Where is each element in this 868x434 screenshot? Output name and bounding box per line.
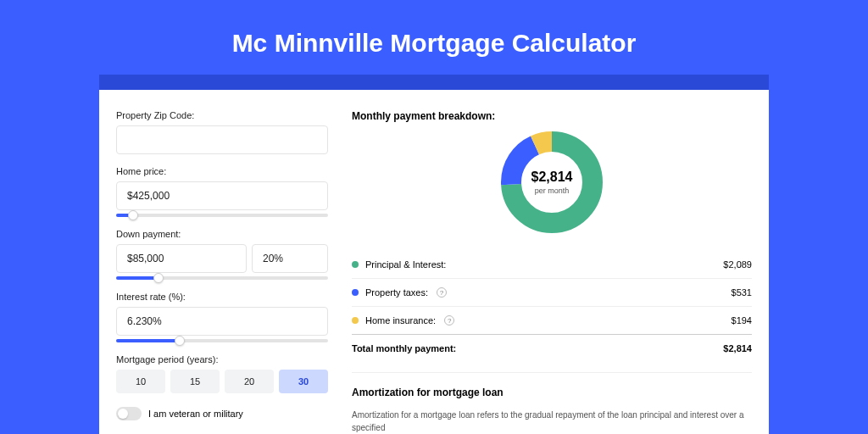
amortization-section: Amortization for mortgage loan Amortizat… <box>352 372 752 434</box>
breakdown-total-row: Total monthly payment:$2,814 <box>352 334 752 362</box>
amort-title: Amortization for mortgage loan <box>352 387 752 398</box>
breakdown-value: $2,089 <box>723 259 752 270</box>
total-label: Total monthly payment: <box>352 343 456 353</box>
breakdown-title: Monthly payment breakdown: <box>352 110 752 122</box>
help-icon[interactable]: ? <box>437 287 447 298</box>
interest-input[interactable] <box>116 307 328 336</box>
legend-dot <box>352 317 359 324</box>
legend-dot <box>352 261 359 268</box>
field-interest: Interest rate (%): <box>116 292 328 342</box>
breakdown-value: $531 <box>732 287 752 298</box>
breakdown-table: Principal & Interest:$2,089Property taxe… <box>352 251 752 362</box>
calculator-card: Property Zip Code: Home price: Down paym… <box>99 90 769 434</box>
field-home-price: Home price: <box>116 166 328 217</box>
home-price-label: Home price: <box>116 166 328 176</box>
field-veteran: I am veteran or military <box>116 407 328 420</box>
period-option-30[interactable]: 30 <box>279 370 328 393</box>
interest-label: Interest rate (%): <box>116 292 328 302</box>
period-option-10[interactable]: 10 <box>116 370 165 393</box>
veteran-label: I am veteran or military <box>148 409 243 419</box>
breakdown-row: Principal & Interest:$2,089 <box>352 251 752 278</box>
donut-chart-wrap: $2,814 per month <box>352 131 752 234</box>
breakdown-label: Principal & Interest: <box>365 259 446 270</box>
period-option-15[interactable]: 15 <box>170 370 220 393</box>
breakdown-value: $194 <box>732 315 752 326</box>
down-payment-slider[interactable] <box>116 276 328 280</box>
breakdown-row: Property taxes:?$531 <box>352 278 752 306</box>
donut-chart: $2,814 per month <box>500 131 604 234</box>
down-payment-pct-input[interactable] <box>252 244 328 273</box>
field-period: Mortgage period (years): 10152030 <box>116 354 328 393</box>
period-label: Mortgage period (years): <box>116 354 328 364</box>
total-value: $2,814 <box>723 343 752 353</box>
zip-input[interactable] <box>116 125 328 154</box>
home-price-slider[interactable] <box>116 214 328 217</box>
breakdown-row: Home insurance:?$194 <box>352 306 752 334</box>
veteran-toggle[interactable] <box>116 407 142 420</box>
page-root: Mc Minnville Mortgage Calculator Propert… <box>0 0 868 434</box>
form-panel: Property Zip Code: Home price: Down paym… <box>116 110 328 434</box>
legend-dot <box>352 289 359 296</box>
breakdown-label: Home insurance: <box>365 315 436 326</box>
breakdown-panel: Monthly payment breakdown: $2,814 per mo… <box>352 110 752 434</box>
card-header-accent <box>99 75 769 90</box>
breakdown-label: Property taxes: <box>365 287 428 298</box>
donut-total: $2,814 <box>531 170 573 185</box>
page-title: Mc Minnville Mortgage Calculator <box>232 29 637 58</box>
period-option-20[interactable]: 20 <box>225 370 274 393</box>
field-down-payment: Down payment: <box>116 229 328 280</box>
amort-text: Amortization for a mortgage loan refers … <box>352 409 752 434</box>
down-payment-amount-input[interactable] <box>116 244 247 273</box>
home-price-input[interactable] <box>116 181 328 210</box>
donut-sub: per month <box>535 186 570 195</box>
help-icon[interactable]: ? <box>444 315 454 326</box>
zip-label: Property Zip Code: <box>116 110 328 120</box>
down-payment-label: Down payment: <box>116 229 328 239</box>
field-zip: Property Zip Code: <box>116 110 328 154</box>
interest-slider[interactable] <box>116 339 328 342</box>
